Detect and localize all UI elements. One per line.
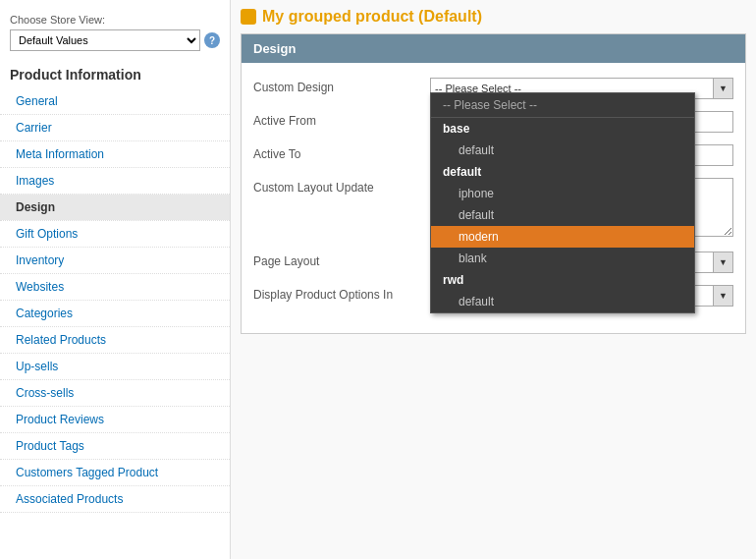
store-view-label: Choose Store View: — [0, 10, 230, 28]
sidebar-link-gift-options[interactable]: Gift Options — [0, 221, 230, 247]
sidebar-item-images[interactable]: Images — [0, 168, 230, 195]
dropdown-placeholder[interactable]: -- Please Select -- — [431, 93, 694, 118]
dropdown-item-blank[interactable]: blank — [431, 248, 694, 269]
sidebar-link-reviews[interactable]: Product Reviews — [0, 407, 230, 432]
display-options-label: Display Product Options In — [253, 285, 430, 302]
store-view-select[interactable]: Default Values — [10, 29, 200, 51]
sidebar-item-customers-tagged[interactable]: Customers Tagged Product — [0, 460, 230, 486]
sidebar-link-related[interactable]: Related Products — [0, 327, 230, 353]
product-info-heading: Product Information — [0, 59, 230, 88]
sidebar-link-categories[interactable]: Categories — [0, 301, 230, 326]
dropdown-item-rwd-default[interactable]: default — [431, 291, 694, 312]
sidebar-link-carrier[interactable]: Carrier — [0, 115, 230, 140]
sidebar-item-crosssells[interactable]: Cross-sells — [0, 380, 230, 407]
dropdown-item-base-default[interactable]: default — [431, 140, 694, 161]
sidebar-link-general[interactable]: General — [0, 88, 230, 114]
custom-layout-label: Custom Layout Update — [253, 178, 430, 195]
sidebar-link-meta[interactable]: Meta Information — [0, 141, 230, 167]
sidebar-nav: General Carrier Meta Information Images … — [0, 88, 230, 513]
sidebar-link-associated[interactable]: Associated Products — [0, 486, 230, 512]
sidebar-item-meta[interactable]: Meta Information — [0, 141, 230, 168]
sidebar-link-crosssells[interactable]: Cross-sells — [0, 380, 230, 406]
dropdown-group-base: base — [431, 118, 694, 140]
dropdown-item-iphone[interactable]: iphone — [431, 183, 694, 204]
sidebar-link-tags[interactable]: Product Tags — [0, 433, 230, 459]
store-view-row: Default Values ? — [0, 28, 230, 59]
product-icon — [241, 9, 256, 25]
sidebar-item-associated[interactable]: Associated Products — [0, 486, 230, 513]
sidebar-link-inventory[interactable]: Inventory — [0, 248, 230, 273]
active-from-label: Active From — [253, 111, 430, 128]
sidebar: Choose Store View: Default Values ? Prod… — [0, 0, 231, 559]
dropdown-group-default: default — [431, 161, 694, 183]
dropdown-group-rwd: rwd — [431, 269, 694, 291]
active-to-label: Active To — [253, 144, 430, 161]
sidebar-item-related[interactable]: Related Products — [0, 327, 230, 354]
sidebar-item-websites[interactable]: Websites — [0, 274, 230, 301]
custom-design-label: Custom Design — [253, 78, 430, 94]
store-view-help-icon[interactable]: ? — [204, 32, 220, 48]
sidebar-item-categories[interactable]: Categories — [0, 301, 230, 327]
design-panel: Design Custom Design -- Please Select --… — [241, 33, 746, 334]
dropdown-item-default-default[interactable]: default — [431, 204, 694, 226]
custom-design-field: -- Please Select -- ▼ -- Please Select -… — [430, 78, 733, 99]
custom-design-dropdown[interactable]: -- Please Select -- base default default… — [430, 92, 695, 313]
sidebar-item-upsells[interactable]: Up-sells — [0, 354, 230, 380]
page-layout-select-arrow[interactable]: ▼ — [714, 252, 733, 273]
design-section-header: Design — [242, 34, 745, 63]
sidebar-link-websites[interactable]: Websites — [0, 274, 230, 300]
sidebar-link-images[interactable]: Images — [0, 168, 230, 194]
sidebar-item-carrier[interactable]: Carrier — [0, 115, 230, 141]
sidebar-item-tags[interactable]: Product Tags — [0, 433, 230, 460]
dropdown-item-modern[interactable]: modern — [431, 226, 694, 248]
sidebar-item-design[interactable]: Design — [0, 195, 230, 221]
sidebar-item-general[interactable]: General — [0, 88, 230, 115]
sidebar-link-customers-tagged[interactable]: Customers Tagged Product — [0, 460, 230, 485]
custom-design-select-arrow[interactable]: ▼ — [714, 78, 733, 99]
page-title-row: My grouped product (Default) — [231, 0, 756, 33]
sidebar-link-design[interactable]: Design — [0, 195, 230, 220]
sidebar-item-inventory[interactable]: Inventory — [0, 248, 230, 274]
page-layout-label: Page Layout — [253, 252, 430, 268]
display-options-select-arrow[interactable]: ▼ — [714, 285, 733, 307]
sidebar-item-gift-options[interactable]: Gift Options — [0, 221, 230, 248]
custom-design-row: Custom Design -- Please Select -- ▼ -- P… — [253, 78, 733, 99]
page-title: My grouped product (Default) — [262, 8, 482, 26]
sidebar-item-reviews[interactable]: Product Reviews — [0, 407, 230, 433]
design-section-body: Custom Design -- Please Select -- ▼ -- P… — [242, 63, 745, 333]
main-content: My grouped product (Default) Design Cust… — [231, 0, 756, 559]
sidebar-link-upsells[interactable]: Up-sells — [0, 354, 230, 379]
